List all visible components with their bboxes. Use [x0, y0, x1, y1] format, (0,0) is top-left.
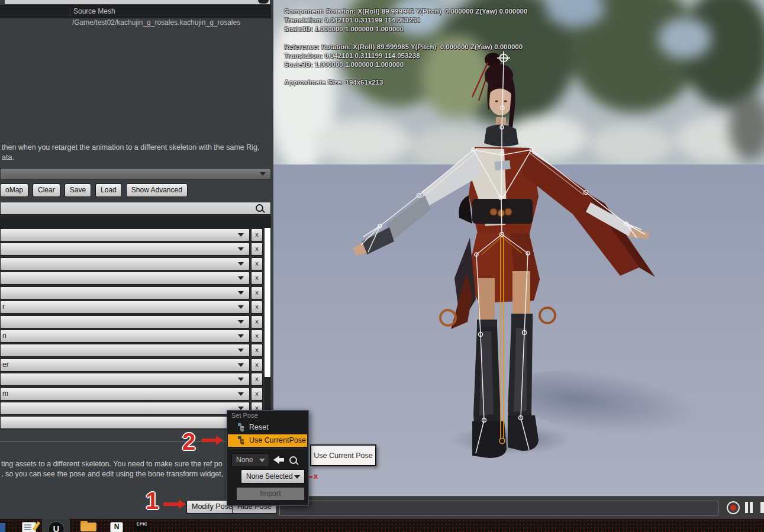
- bone-mapping-dropdown[interactable]: [0, 286, 250, 299]
- remove-mapping-button[interactable]: x: [251, 243, 263, 256]
- menu-item-label: Use CurrentPose: [249, 436, 306, 444]
- mapping-row: x: [0, 242, 271, 256]
- overlay-line: Translation: 0.042101 0.311199 114.05323…: [284, 51, 527, 60]
- epic-games-icon[interactable]: EPIC: [135, 521, 149, 531]
- windows-taskbar: U N EPIC: [0, 519, 764, 532]
- bone-mapping-dropdown[interactable]: [0, 228, 250, 241]
- remove-mapping-button[interactable]: x: [251, 359, 263, 372]
- search-icon[interactable]: [289, 456, 297, 464]
- bone-search-input[interactable]: [0, 202, 271, 215]
- remove-mapping-button[interactable]: x: [251, 257, 263, 270]
- set-pose-context-menu: Set Pose Reset Use CurrentPose None None…: [227, 410, 309, 506]
- scrollbar-thumb[interactable]: [265, 228, 270, 377]
- character-legs: [440, 233, 555, 458]
- import-button[interactable]: Import: [236, 487, 305, 501]
- remove-mapping-button[interactable]: x: [251, 272, 263, 285]
- load-button[interactable]: Load: [95, 183, 122, 197]
- file-explorer-icon[interactable]: [80, 523, 96, 531]
- menu-item-use-current-pose[interactable]: Use CurrentPose: [228, 434, 307, 447]
- source-mesh-label: Source Mesh: [73, 7, 115, 15]
- bone-mapping-dropdown[interactable]: r: [0, 301, 250, 314]
- timeline-scrubber[interactable]: [279, 501, 718, 515]
- bone-mapping-dropdown[interactable]: [0, 373, 250, 386]
- overlay-line: Reference: Rotation: X(Roll) 89.999985 Y…: [284, 43, 527, 51]
- pose-asset-icon: [237, 436, 246, 444]
- save-button[interactable]: Save: [65, 183, 91, 197]
- pose-asset-icon: [237, 423, 246, 431]
- bone-mapping-dropdown[interactable]: n: [0, 330, 250, 343]
- remove-mapping-button[interactable]: x: [251, 286, 263, 299]
- remove-mapping-button[interactable]: x: [251, 315, 263, 328]
- record-button[interactable]: [727, 501, 740, 514]
- mapping-list-header: [0, 215, 271, 228]
- remove-mapping-button[interactable]: x: [251, 373, 263, 386]
- chevron-down-icon: [238, 334, 244, 338]
- search-icon: [256, 204, 263, 212]
- notion-icon[interactable]: N: [110, 522, 123, 532]
- 3d-viewport[interactable]: Component: Rotation: X(Roll) 89.999985 Y…: [273, 0, 764, 519]
- clear-button[interactable]: Clear: [33, 183, 60, 197]
- remove-mapping-button[interactable]: x: [251, 344, 263, 357]
- chevron-down-icon: [238, 320, 244, 324]
- back-arrow-icon[interactable]: [273, 456, 279, 464]
- rig-select-dropdown[interactable]: [0, 168, 271, 180]
- bone-mapping-dropdown[interactable]: [0, 344, 250, 357]
- viewport-bottom-bar: [273, 496, 764, 519]
- word-icon[interactable]: [0, 523, 5, 532]
- unreal-engine-icon: U: [48, 521, 65, 532]
- unreal-engine-taskbar-tile[interactable]: U: [42, 519, 70, 532]
- chevron-down-icon: [294, 475, 300, 479]
- chevron-down-icon: [238, 378, 244, 381]
- notepad-icon[interactable]: [22, 522, 36, 532]
- chevron-down-icon: [238, 349, 244, 352]
- remove-mapping-button[interactable]: x: [251, 228, 263, 241]
- bone-mapping-dropdown[interactable]: [0, 416, 250, 429]
- bone-mapping-dropdown[interactable]: er: [0, 359, 250, 372]
- description-line: then when you retarget the animation to …: [2, 143, 272, 153]
- mapping-list: xxxxxrxxnxxerxxmxxx: [0, 228, 271, 430]
- overlay-line: Scale3D: 1.000000 1.000000 1.000000: [284, 60, 527, 69]
- mapping-row: erx: [0, 358, 271, 372]
- automap-button[interactable]: oMap: [0, 183, 28, 197]
- remove-mapping-button[interactable]: x: [251, 301, 263, 314]
- bone-mapping-dropdown[interactable]: [0, 257, 250, 270]
- chevron-down-icon: [238, 291, 244, 295]
- pose-filter-dropdown[interactable]: None: [231, 453, 269, 467]
- scrollbar-track[interactable]: [265, 228, 270, 439]
- show-advanced-button[interactable]: Show Advanced: [126, 183, 188, 197]
- chevron-down-icon: [238, 262, 244, 266]
- transform-overlay: Component: Rotation: X(Roll) 89.999985 Y…: [284, 7, 527, 87]
- bone-mapping-dropdown[interactable]: [0, 243, 250, 256]
- annotation-step-2: 2: [182, 430, 195, 453]
- use-current-pose-tooltip[interactable]: Use Current Pose: [310, 444, 376, 466]
- menu-divider: [230, 449, 305, 449]
- x-axis-label: x: [314, 472, 318, 481]
- stop-button[interactable]: [760, 502, 764, 513]
- menu-item-label: Reset: [249, 423, 269, 431]
- mapping-row: x: [0, 286, 271, 300]
- bone-mapping-dropdown[interactable]: [0, 272, 250, 285]
- remove-mapping-button[interactable]: x: [251, 330, 263, 343]
- pose-asset-dropdown[interactable]: None Selected: [241, 469, 305, 483]
- source-mesh-header: Source Mesh: [0, 5, 271, 18]
- remove-mapping-button[interactable]: x: [251, 388, 263, 401]
- bone-mapping-dropdown[interactable]: [0, 402, 250, 415]
- panel-top-strip: [5, 0, 270, 4]
- menu-item-reset[interactable]: Reset: [228, 421, 307, 434]
- dropdown-value: None Selected: [246, 472, 293, 481]
- chevron-down-icon: [238, 392, 244, 396]
- chevron-down-icon: [259, 459, 265, 462]
- menu-title: Set Pose: [231, 412, 258, 419]
- mapping-row: rx: [0, 300, 271, 314]
- mapping-row: x: [0, 257, 271, 271]
- pause-button[interactable]: [745, 502, 753, 513]
- overlay-line: Component: Rotation: X(Roll) 89.999985 Y…: [284, 7, 527, 16]
- chevron-down-icon: [260, 172, 266, 176]
- bone-mapping-dropdown[interactable]: m: [0, 388, 250, 401]
- mapping-row: x: [0, 343, 271, 357]
- bone-name-label: n: [2, 331, 7, 340]
- overlay-line: Scale3D: 1.000000 1.000000 1.000000: [284, 25, 527, 34]
- bone-mapping-dropdown[interactable]: [0, 315, 250, 328]
- panel-toolbar: oMapClearSaveLoadShow Advanced: [0, 183, 188, 197]
- mapping-row: mx: [0, 387, 271, 401]
